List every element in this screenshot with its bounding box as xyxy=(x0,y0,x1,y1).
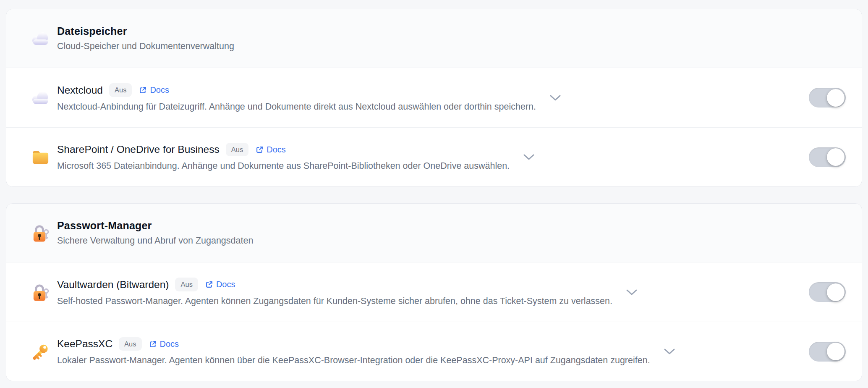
cloud-icon xyxy=(31,90,50,105)
integration-name: Nextcloud xyxy=(57,84,103,96)
integration-row-nextcloud: Nextcloud Aus Docs Nextcloud-Anbindung f… xyxy=(6,68,862,127)
chevron-down-icon xyxy=(523,154,535,160)
key-icon xyxy=(31,342,50,362)
integrations-settings-page: Dateispeicher Cloud-Speicher und Dokumen… xyxy=(0,0,868,381)
integration-name: SharePoint / OneDrive for Business xyxy=(57,144,220,155)
status-badge: Aus xyxy=(175,278,198,291)
section-passwort-manager: Passwort-Manager Sichere Verwaltung und … xyxy=(6,203,862,381)
integration-description: Lokaler Passwort-Manager. Agenten können… xyxy=(57,355,650,366)
integration-name: Vaultwarden (Bitwarden) xyxy=(57,279,169,291)
docs-link-label: Docs xyxy=(160,339,179,349)
chevron-down-icon xyxy=(626,289,638,296)
docs-link-label: Docs xyxy=(216,280,235,289)
section-subtitle: Cloud-Speicher und Dokumentenverwaltung xyxy=(57,41,234,52)
integration-description: Microsoft 365 Dateianbindung. Anhänge un… xyxy=(57,161,510,171)
external-link-icon xyxy=(205,281,213,288)
nextcloud-toggle[interactable] xyxy=(809,88,846,107)
integration-row-vaultwarden: Vaultwarden (Bitwarden) Aus Docs Self-ho… xyxy=(6,262,862,322)
docs-link[interactable]: Docs xyxy=(256,145,286,155)
folder-icon xyxy=(31,149,50,165)
expand-button[interactable] xyxy=(548,93,563,103)
docs-link[interactable]: Docs xyxy=(149,339,179,349)
docs-link[interactable]: Docs xyxy=(205,280,235,289)
section-subtitle: Sichere Verwaltung und Abruf von Zugangs… xyxy=(57,236,253,246)
status-badge: Aus xyxy=(226,143,248,157)
section-title: Dateispeicher xyxy=(57,25,234,37)
expand-button[interactable] xyxy=(624,287,639,297)
integration-row-sharepoint: SharePoint / OneDrive for Business Aus D… xyxy=(6,127,862,186)
toggle-knob xyxy=(827,283,844,301)
expand-button[interactable] xyxy=(521,152,536,162)
section-header-dateispeicher: Dateispeicher Cloud-Speicher und Dokumen… xyxy=(6,9,862,68)
toggle-knob xyxy=(827,89,844,107)
status-badge: Aus xyxy=(109,83,132,97)
docs-link-label: Docs xyxy=(267,145,286,155)
external-link-icon xyxy=(256,146,264,154)
external-link-icon xyxy=(149,340,157,348)
sharepoint-toggle[interactable] xyxy=(809,147,846,167)
vaultwarden-toggle[interactable] xyxy=(809,282,846,302)
expand-button[interactable] xyxy=(662,346,677,357)
lock-icon xyxy=(31,223,50,243)
section-dateispeicher: Dateispeicher Cloud-Speicher und Dokumen… xyxy=(6,9,862,187)
toggle-knob xyxy=(827,148,844,166)
integration-name: KeePassXC xyxy=(57,338,112,350)
chevron-down-icon xyxy=(549,94,561,101)
integration-description: Nextcloud-Anbindung für Dateizugriff. An… xyxy=(57,102,536,112)
cloud-icon xyxy=(31,31,50,46)
status-badge: Aus xyxy=(119,337,141,351)
section-title: Passwort-Manager xyxy=(57,220,253,232)
docs-link[interactable]: Docs xyxy=(139,85,169,95)
toggle-knob xyxy=(827,343,844,360)
docs-link-label: Docs xyxy=(150,85,169,95)
integration-description: Self-hosted Passwort-Manager. Agenten kö… xyxy=(57,296,612,307)
chevron-down-icon xyxy=(664,348,675,355)
keepassxc-toggle[interactable] xyxy=(809,342,846,362)
external-link-icon xyxy=(139,86,147,94)
integration-row-keepassxc: KeePassXC Aus Docs Lokaler Passwort-Mana… xyxy=(6,322,862,381)
section-header-passwort-manager: Passwort-Manager Sichere Verwaltung und … xyxy=(6,204,862,262)
lock-icon xyxy=(31,283,50,302)
